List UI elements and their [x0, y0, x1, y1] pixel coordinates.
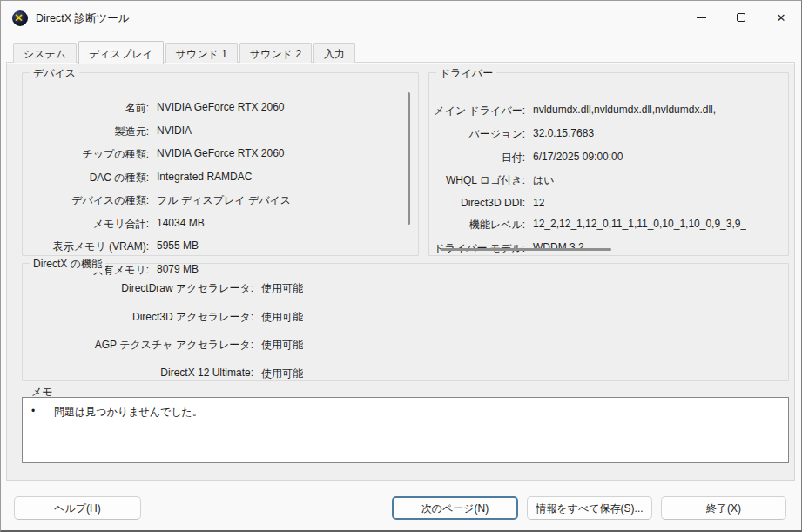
close-button[interactable]: ✕: [761, 1, 801, 34]
window-controls: ✕: [681, 1, 801, 34]
tab-label: サウンド 2: [250, 48, 301, 60]
features-legend: DirectX の機能: [30, 257, 105, 272]
tab-label: 入力: [324, 48, 345, 60]
notes-box[interactable]: • 問題は見つかりませんでした。: [22, 397, 789, 463]
field-value: 使用可能: [253, 338, 303, 353]
field-value: NVIDIA GeForce RTX 2060: [149, 147, 285, 162]
driver-row-version: バージョン:32.0.15.7683: [429, 127, 788, 142]
next-page-button[interactable]: 次のページ(N): [392, 496, 518, 520]
field-label: Direct3D アクセラレータ:: [23, 310, 253, 325]
field-label: 製造元:: [23, 125, 149, 139]
field-label: Direct3D DDI:: [429, 197, 525, 209]
field-value: はい: [525, 173, 555, 188]
field-value: 使用可能: [253, 310, 303, 325]
close-icon: ✕: [777, 11, 786, 24]
field-value: 12: [525, 197, 544, 209]
tab-strip: システム ディスプレイ サウンド 1 サウンド 2 入力: [13, 41, 357, 63]
device-row-chip-type: チップの種類:NVIDIA GeForce RTX 2060: [23, 147, 418, 162]
exit-button[interactable]: 終了(X): [661, 496, 786, 520]
directx-features-groupbox: DirectX の機能 DirectDraw アクセラレータ:使用可能 Dire…: [22, 263, 789, 381]
driver-row-feature-levels: 機能レベル:12_2,12_1,12_0,11_1,11_0,10_1,10_0…: [429, 218, 788, 232]
minimize-button[interactable]: [681, 1, 721, 34]
driver-legend: ドライバー: [436, 66, 496, 81]
field-value: NVIDIA: [149, 125, 192, 139]
device-row-total-memory: メモリ合計:14034 MB: [23, 217, 418, 232]
field-label: WHQL ロゴ付き:: [429, 173, 525, 188]
feature-row-agp-texture: AGP テクスチャ アクセラレータ:使用可能: [23, 338, 788, 353]
field-label: DAC の種類:: [23, 171, 149, 185]
save-all-information-button[interactable]: 情報をすべて保存(S)...: [527, 496, 652, 520]
maximize-button[interactable]: [721, 1, 761, 34]
feature-row-directdraw: DirectDraw アクセラレータ:使用可能: [23, 281, 788, 296]
tab-input[interactable]: 入力: [313, 43, 355, 63]
tab-display[interactable]: ディスプレイ: [78, 41, 164, 64]
minimize-icon: [697, 17, 706, 18]
tab-label: ディスプレイ: [89, 48, 153, 60]
field-value: Integrated RAMDAC: [149, 171, 252, 185]
field-value: NVIDIA GeForce RTX 2060: [149, 101, 285, 116]
notes-bullet: •: [31, 405, 54, 455]
device-row-name: 名前:NVIDIA GeForce RTX 2060: [23, 101, 418, 116]
device-vertical-scrollbar[interactable]: [408, 92, 410, 225]
device-rows: 名前:NVIDIA GeForce RTX 2060 製造元:NVIDIA チッ…: [23, 101, 418, 278]
device-row-dac-type: DAC の種類:Integrated RAMDAC: [23, 171, 418, 185]
field-value: 32.0.15.7683: [525, 127, 594, 142]
field-label: 表示メモリ (VRAM):: [23, 239, 149, 254]
maximize-icon: [737, 13, 745, 22]
window-title: DirectX 診断ツール: [36, 11, 130, 26]
field-value: nvldumdx.dll,nvldumdx.dll,nvldumdx.dll,: [525, 104, 716, 118]
tab-label: システム: [24, 48, 66, 60]
device-row-display-memory: 表示メモリ (VRAM):5955 MB: [23, 239, 418, 254]
field-label: AGP テクスチャ アクセラレータ:: [23, 338, 253, 353]
driver-horizontal-scrollbar[interactable]: [441, 248, 611, 251]
tab-sound1[interactable]: サウンド 1: [165, 43, 238, 63]
field-label: デバイスの種類:: [23, 193, 149, 208]
device-legend: デバイス: [30, 66, 79, 81]
driver-rows: メイン ドライバー:nvldumdx.dll,nvldumdx.dll,nvld…: [429, 104, 788, 256]
field-label: 機能レベル:: [429, 218, 525, 232]
field-label: メイン ドライバー:: [429, 104, 525, 118]
notes-text: 問題は見つかりませんでした。: [54, 405, 203, 455]
field-value: 12_2,12_1,12_0,11_1,11_0,10_1,10_0,9_3,9…: [525, 218, 746, 232]
field-value: 使用可能: [253, 281, 303, 296]
field-label: DirectDraw アクセラレータ:: [23, 281, 253, 296]
driver-groupbox: ドライバー メイン ドライバー:nvldumdx.dll,nvldumdx.dl…: [428, 72, 789, 256]
directx-app-icon: [12, 10, 28, 26]
field-label: 日付:: [429, 151, 525, 165]
feature-row-dx12-ultimate: DirectX 12 Ultimate:使用可能: [23, 367, 788, 381]
tab-system[interactable]: システム: [13, 43, 77, 63]
driver-row-d3d-ddi: Direct3D DDI:12: [429, 197, 788, 209]
tab-label: サウンド 1: [176, 48, 227, 60]
dxdiag-window: DirectX 診断ツール ✕ システム ディスプレイ サウンド 1 サウンド …: [0, 0, 802, 532]
field-label: バージョン:: [429, 127, 525, 142]
features-rows: DirectDraw アクセラレータ:使用可能 Direct3D アクセラレータ…: [23, 281, 788, 381]
help-button[interactable]: ヘルプ(H): [14, 496, 141, 520]
device-groupbox: デバイス 名前:NVIDIA GeForce RTX 2060 製造元:NVID…: [22, 72, 419, 256]
field-label: メモリ合計:: [23, 217, 149, 232]
driver-row-whql: WHQL ロゴ付き:はい: [429, 173, 788, 188]
driver-row-main-driver: メイン ドライバー:nvldumdx.dll,nvldumdx.dll,nvld…: [429, 104, 788, 118]
field-label: DirectX 12 Ultimate:: [23, 367, 253, 381]
tab-sound2[interactable]: サウンド 2: [239, 43, 312, 63]
device-row-manufacturer: 製造元:NVIDIA: [23, 125, 418, 139]
field-label: 名前:: [23, 101, 149, 116]
field-value: フル ディスプレイ デバイス: [149, 193, 291, 208]
driver-row-date: 日付:6/17/2025 09:00:00: [429, 151, 788, 165]
device-row-device-type: デバイスの種類:フル ディスプレイ デバイス: [23, 193, 418, 208]
field-value: 5955 MB: [149, 239, 199, 254]
field-label: チップの種類:: [23, 147, 149, 162]
field-value: 6/17/2025 09:00:00: [525, 151, 623, 165]
field-value: 使用可能: [253, 367, 303, 381]
field-value: 14034 MB: [149, 217, 205, 232]
feature-row-direct3d: Direct3D アクセラレータ:使用可能: [23, 310, 788, 325]
